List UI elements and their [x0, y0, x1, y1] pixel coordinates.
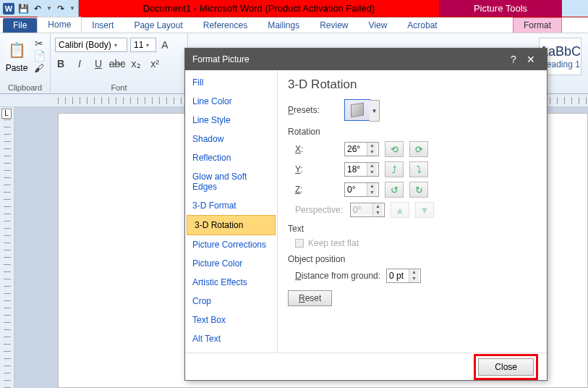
keep-text-flat-checkbox: [295, 239, 304, 248]
keep-text-flat-label: Keep text flat: [308, 238, 359, 248]
font-name-combo[interactable]: Calibri (Body)▾: [55, 38, 127, 52]
rotate-z-cw-icon[interactable]: ↻: [409, 182, 428, 198]
x-label: X:: [288, 144, 338, 154]
spin-up-icon: ▲: [373, 203, 383, 210]
tab-view[interactable]: View: [359, 18, 398, 33]
title-bar-right-spacer: [562, 0, 588, 17]
tab-acrobat[interactable]: Acrobat: [397, 18, 447, 33]
perspective-input: [351, 205, 372, 215]
spin-up-icon[interactable]: ▲: [367, 183, 377, 190]
dialog-title: Format Picture: [192, 54, 250, 64]
font-size-combo[interactable]: 11▾: [130, 38, 156, 52]
rotate-y-up-icon[interactable]: ⤴: [385, 161, 404, 177]
redo-icon[interactable]: ↷: [55, 3, 67, 14]
group-font: Calibri (Body)▾ 11▾ A B I U abc x₂ x² Fo…: [51, 33, 188, 93]
spin-down-icon[interactable]: ▼: [367, 190, 377, 196]
undo-icon[interactable]: ↶: [32, 3, 43, 14]
presets-button[interactable]: ▼: [344, 99, 370, 121]
spin-down-icon: ▼: [373, 210, 383, 216]
save-icon[interactable]: 💾: [17, 3, 29, 14]
presets-dropdown-icon[interactable]: ▼: [370, 100, 380, 122]
cat-3d-format[interactable]: 3-D Format: [185, 196, 277, 215]
group-clipboard: 📋 Paste ✂ 📄 🖌 Clipboard: [0, 33, 51, 93]
distance-spinner[interactable]: ▲▼: [386, 269, 421, 283]
dialog-content-panel: 3-D Rotation Presets: ▼ Rotation X: ▲▼ ⟲…: [278, 70, 547, 353]
grow-font-icon[interactable]: A: [159, 39, 171, 51]
rotate-x-left-icon[interactable]: ⟲: [385, 141, 404, 157]
cat-fill[interactable]: Fill: [185, 73, 277, 92]
picture-tools-tab-header: Picture Tools: [439, 0, 562, 17]
dialog-help-button[interactable]: ?: [505, 54, 522, 65]
cat-shadow[interactable]: Shadow: [185, 130, 277, 148]
tab-mailings[interactable]: Mailings: [257, 18, 310, 33]
tab-review[interactable]: Review: [310, 18, 358, 33]
rotate-y-down-icon[interactable]: ⤵: [409, 161, 428, 177]
undo-dropdown-icon[interactable]: ▼: [46, 5, 52, 12]
cat-glow[interactable]: Glow and Soft Edges: [185, 167, 277, 196]
rotate-x-right-icon[interactable]: ⟳: [409, 141, 428, 157]
cat-crop[interactable]: Crop: [185, 292, 277, 311]
ribbon-tabs: File Home Insert Page Layout References …: [0, 17, 588, 33]
rotate-z-ccw-icon[interactable]: ↺: [385, 182, 404, 198]
rotation-y-spinner[interactable]: ▲▼: [344, 162, 379, 177]
panel-heading: 3-D Rotation: [288, 77, 537, 92]
rotation-z-input[interactable]: [345, 185, 367, 195]
z-label: Z:: [288, 185, 338, 195]
cat-artistic-effects[interactable]: Artistic Effects: [185, 273, 277, 292]
rotation-x-input[interactable]: [345, 144, 367, 154]
qat-customize-icon[interactable]: ▼: [69, 5, 75, 12]
paste-icon[interactable]: 📋: [4, 38, 29, 62]
spin-down-icon[interactable]: ▼: [367, 169, 377, 176]
tab-insert[interactable]: Insert: [82, 18, 124, 33]
rotation-x-spinner[interactable]: ▲▼: [344, 142, 379, 156]
quick-access-toolbar: W 💾 ↶▼ ↷ ▼: [0, 0, 79, 17]
distance-label: Distance from ground:: [288, 271, 380, 281]
cat-alt-text[interactable]: Alt Text: [185, 329, 277, 348]
vertical-ruler[interactable]: L: [0, 107, 14, 388]
spin-up-icon[interactable]: ▲: [367, 163, 377, 169]
close-button[interactable]: Close: [478, 358, 534, 376]
perspective-widen-icon: ▼: [415, 202, 434, 218]
underline-button[interactable]: U: [93, 58, 104, 69]
distance-input[interactable]: [387, 271, 409, 281]
bold-button[interactable]: B: [55, 58, 67, 69]
tab-format[interactable]: Format: [513, 17, 562, 33]
reset-button[interactable]: Reset: [288, 290, 332, 306]
spin-down-icon[interactable]: ▼: [409, 276, 419, 282]
close-button-highlight: Close: [474, 354, 538, 380]
cat-picture-corrections[interactable]: Picture Corrections: [185, 235, 277, 254]
text-section-label: Text: [288, 224, 537, 234]
cat-line-color[interactable]: Line Color: [185, 92, 277, 111]
window-title: Document1 - Microsoft Word (Product Acti…: [79, 0, 439, 17]
cut-icon[interactable]: ✂: [33, 38, 45, 49]
strikethrough-button[interactable]: abc: [111, 58, 123, 69]
subscript-button[interactable]: x₂: [130, 58, 142, 69]
copy-icon[interactable]: 📄: [33, 50, 45, 62]
cat-line-style[interactable]: Line Style: [185, 111, 277, 130]
cat-3d-rotation[interactable]: 3-D Rotation: [187, 215, 276, 235]
cat-text-box[interactable]: Text Box: [185, 311, 277, 329]
preset-cube-icon: [351, 103, 364, 118]
format-painter-icon[interactable]: 🖌: [33, 62, 45, 74]
tab-selector-icon[interactable]: L: [1, 109, 12, 119]
tab-page-layout[interactable]: Page Layout: [124, 18, 192, 33]
font-group-label: Font: [51, 83, 187, 92]
cat-picture-color[interactable]: Picture Color: [185, 254, 277, 273]
spin-down-icon[interactable]: ▼: [367, 149, 377, 156]
cat-reflection[interactable]: Reflection: [185, 148, 277, 167]
dialog-title-bar[interactable]: Format Picture ? ✕: [185, 48, 547, 70]
format-picture-dialog: Format Picture ? ✕ Fill Line Color Line …: [184, 48, 547, 381]
clipboard-group-label: Clipboard: [0, 83, 50, 92]
font-name-value: Calibri (Body): [59, 40, 111, 50]
rotation-z-spinner[interactable]: ▲▼: [344, 182, 379, 197]
italic-button[interactable]: I: [74, 58, 85, 69]
tab-file[interactable]: File: [3, 18, 37, 33]
superscript-button[interactable]: x²: [149, 58, 161, 69]
rotation-y-input[interactable]: [345, 164, 367, 174]
tab-home[interactable]: Home: [37, 17, 82, 33]
perspective-label: Perspective:: [288, 205, 344, 215]
spin-up-icon[interactable]: ▲: [367, 143, 377, 149]
dialog-close-x-button[interactable]: ✕: [522, 54, 540, 65]
spin-up-icon[interactable]: ▲: [409, 269, 419, 276]
tab-references[interactable]: References: [193, 18, 257, 33]
